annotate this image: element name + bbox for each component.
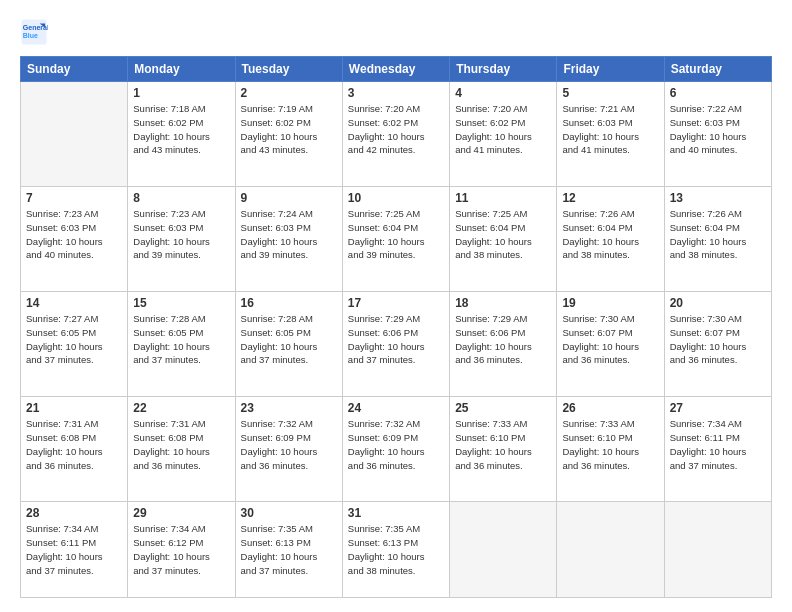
calendar-cell: 20Sunrise: 7:30 AMSunset: 6:07 PMDayligh… xyxy=(664,292,771,397)
day-number: 16 xyxy=(241,296,337,310)
day-number: 25 xyxy=(455,401,551,415)
day-info: Sunrise: 7:31 AMSunset: 6:08 PMDaylight:… xyxy=(26,417,122,472)
weekday-header-friday: Friday xyxy=(557,57,664,82)
day-info: Sunrise: 7:20 AMSunset: 6:02 PMDaylight:… xyxy=(455,102,551,157)
day-info: Sunrise: 7:21 AMSunset: 6:03 PMDaylight:… xyxy=(562,102,658,157)
day-info: Sunrise: 7:34 AMSunset: 6:11 PMDaylight:… xyxy=(670,417,766,472)
day-info: Sunrise: 7:23 AMSunset: 6:03 PMDaylight:… xyxy=(26,207,122,262)
calendar-cell: 22Sunrise: 7:31 AMSunset: 6:08 PMDayligh… xyxy=(128,397,235,502)
calendar-cell: 12Sunrise: 7:26 AMSunset: 6:04 PMDayligh… xyxy=(557,187,664,292)
day-info: Sunrise: 7:27 AMSunset: 6:05 PMDaylight:… xyxy=(26,312,122,367)
day-number: 31 xyxy=(348,506,444,520)
day-number: 5 xyxy=(562,86,658,100)
week-row-5: 28Sunrise: 7:34 AMSunset: 6:11 PMDayligh… xyxy=(21,502,772,598)
calendar-cell: 8Sunrise: 7:23 AMSunset: 6:03 PMDaylight… xyxy=(128,187,235,292)
day-info: Sunrise: 7:19 AMSunset: 6:02 PMDaylight:… xyxy=(241,102,337,157)
day-info: Sunrise: 7:29 AMSunset: 6:06 PMDaylight:… xyxy=(455,312,551,367)
calendar-cell: 4Sunrise: 7:20 AMSunset: 6:02 PMDaylight… xyxy=(450,82,557,187)
day-info: Sunrise: 7:33 AMSunset: 6:10 PMDaylight:… xyxy=(455,417,551,472)
day-info: Sunrise: 7:28 AMSunset: 6:05 PMDaylight:… xyxy=(241,312,337,367)
calendar-cell: 2Sunrise: 7:19 AMSunset: 6:02 PMDaylight… xyxy=(235,82,342,187)
calendar-cell: 3Sunrise: 7:20 AMSunset: 6:02 PMDaylight… xyxy=(342,82,449,187)
day-number: 30 xyxy=(241,506,337,520)
calendar-cell: 6Sunrise: 7:22 AMSunset: 6:03 PMDaylight… xyxy=(664,82,771,187)
calendar-cell: 26Sunrise: 7:33 AMSunset: 6:10 PMDayligh… xyxy=(557,397,664,502)
day-number: 28 xyxy=(26,506,122,520)
calendar-cell: 13Sunrise: 7:26 AMSunset: 6:04 PMDayligh… xyxy=(664,187,771,292)
day-number: 3 xyxy=(348,86,444,100)
day-number: 1 xyxy=(133,86,229,100)
day-info: Sunrise: 7:29 AMSunset: 6:06 PMDaylight:… xyxy=(348,312,444,367)
calendar-cell: 9Sunrise: 7:24 AMSunset: 6:03 PMDaylight… xyxy=(235,187,342,292)
weekday-header-row: SundayMondayTuesdayWednesdayThursdayFrid… xyxy=(21,57,772,82)
day-info: Sunrise: 7:18 AMSunset: 6:02 PMDaylight:… xyxy=(133,102,229,157)
calendar-cell: 23Sunrise: 7:32 AMSunset: 6:09 PMDayligh… xyxy=(235,397,342,502)
svg-text:Blue: Blue xyxy=(23,32,38,39)
weekday-header-wednesday: Wednesday xyxy=(342,57,449,82)
day-number: 24 xyxy=(348,401,444,415)
day-number: 17 xyxy=(348,296,444,310)
day-info: Sunrise: 7:23 AMSunset: 6:03 PMDaylight:… xyxy=(133,207,229,262)
day-number: 29 xyxy=(133,506,229,520)
logo-icon: General Blue xyxy=(20,18,48,46)
weekday-header-monday: Monday xyxy=(128,57,235,82)
day-number: 15 xyxy=(133,296,229,310)
day-number: 7 xyxy=(26,191,122,205)
day-info: Sunrise: 7:26 AMSunset: 6:04 PMDaylight:… xyxy=(670,207,766,262)
day-info: Sunrise: 7:30 AMSunset: 6:07 PMDaylight:… xyxy=(670,312,766,367)
header: General Blue xyxy=(20,18,772,46)
calendar-cell: 29Sunrise: 7:34 AMSunset: 6:12 PMDayligh… xyxy=(128,502,235,598)
week-row-4: 21Sunrise: 7:31 AMSunset: 6:08 PMDayligh… xyxy=(21,397,772,502)
day-number: 23 xyxy=(241,401,337,415)
calendar-cell: 5Sunrise: 7:21 AMSunset: 6:03 PMDaylight… xyxy=(557,82,664,187)
calendar-cell: 1Sunrise: 7:18 AMSunset: 6:02 PMDaylight… xyxy=(128,82,235,187)
calendar-cell: 31Sunrise: 7:35 AMSunset: 6:13 PMDayligh… xyxy=(342,502,449,598)
day-number: 27 xyxy=(670,401,766,415)
day-info: Sunrise: 7:35 AMSunset: 6:13 PMDaylight:… xyxy=(348,522,444,577)
calendar-cell: 19Sunrise: 7:30 AMSunset: 6:07 PMDayligh… xyxy=(557,292,664,397)
day-info: Sunrise: 7:34 AMSunset: 6:11 PMDaylight:… xyxy=(26,522,122,577)
day-info: Sunrise: 7:22 AMSunset: 6:03 PMDaylight:… xyxy=(670,102,766,157)
day-number: 14 xyxy=(26,296,122,310)
calendar-cell: 25Sunrise: 7:33 AMSunset: 6:10 PMDayligh… xyxy=(450,397,557,502)
calendar-cell: 24Sunrise: 7:32 AMSunset: 6:09 PMDayligh… xyxy=(342,397,449,502)
day-number: 12 xyxy=(562,191,658,205)
week-row-2: 7Sunrise: 7:23 AMSunset: 6:03 PMDaylight… xyxy=(21,187,772,292)
day-number: 8 xyxy=(133,191,229,205)
week-row-3: 14Sunrise: 7:27 AMSunset: 6:05 PMDayligh… xyxy=(21,292,772,397)
day-number: 11 xyxy=(455,191,551,205)
calendar-cell: 21Sunrise: 7:31 AMSunset: 6:08 PMDayligh… xyxy=(21,397,128,502)
calendar-cell: 27Sunrise: 7:34 AMSunset: 6:11 PMDayligh… xyxy=(664,397,771,502)
day-number: 21 xyxy=(26,401,122,415)
logo: General Blue xyxy=(20,18,52,46)
day-number: 6 xyxy=(670,86,766,100)
calendar-cell: 15Sunrise: 7:28 AMSunset: 6:05 PMDayligh… xyxy=(128,292,235,397)
calendar-cell: 17Sunrise: 7:29 AMSunset: 6:06 PMDayligh… xyxy=(342,292,449,397)
day-info: Sunrise: 7:31 AMSunset: 6:08 PMDaylight:… xyxy=(133,417,229,472)
calendar-cell: 14Sunrise: 7:27 AMSunset: 6:05 PMDayligh… xyxy=(21,292,128,397)
day-number: 18 xyxy=(455,296,551,310)
calendar-cell: 11Sunrise: 7:25 AMSunset: 6:04 PMDayligh… xyxy=(450,187,557,292)
day-number: 2 xyxy=(241,86,337,100)
day-info: Sunrise: 7:25 AMSunset: 6:04 PMDaylight:… xyxy=(455,207,551,262)
day-number: 26 xyxy=(562,401,658,415)
day-number: 10 xyxy=(348,191,444,205)
calendar-cell: 7Sunrise: 7:23 AMSunset: 6:03 PMDaylight… xyxy=(21,187,128,292)
weekday-header-thursday: Thursday xyxy=(450,57,557,82)
day-info: Sunrise: 7:20 AMSunset: 6:02 PMDaylight:… xyxy=(348,102,444,157)
day-info: Sunrise: 7:35 AMSunset: 6:13 PMDaylight:… xyxy=(241,522,337,577)
day-info: Sunrise: 7:25 AMSunset: 6:04 PMDaylight:… xyxy=(348,207,444,262)
calendar-cell: 18Sunrise: 7:29 AMSunset: 6:06 PMDayligh… xyxy=(450,292,557,397)
day-info: Sunrise: 7:26 AMSunset: 6:04 PMDaylight:… xyxy=(562,207,658,262)
day-number: 22 xyxy=(133,401,229,415)
day-number: 20 xyxy=(670,296,766,310)
day-info: Sunrise: 7:24 AMSunset: 6:03 PMDaylight:… xyxy=(241,207,337,262)
calendar-cell xyxy=(664,502,771,598)
calendar-cell xyxy=(450,502,557,598)
weekday-header-sunday: Sunday xyxy=(21,57,128,82)
day-info: Sunrise: 7:30 AMSunset: 6:07 PMDaylight:… xyxy=(562,312,658,367)
weekday-header-tuesday: Tuesday xyxy=(235,57,342,82)
calendar-cell: 16Sunrise: 7:28 AMSunset: 6:05 PMDayligh… xyxy=(235,292,342,397)
calendar-cell xyxy=(557,502,664,598)
calendar-cell: 10Sunrise: 7:25 AMSunset: 6:04 PMDayligh… xyxy=(342,187,449,292)
